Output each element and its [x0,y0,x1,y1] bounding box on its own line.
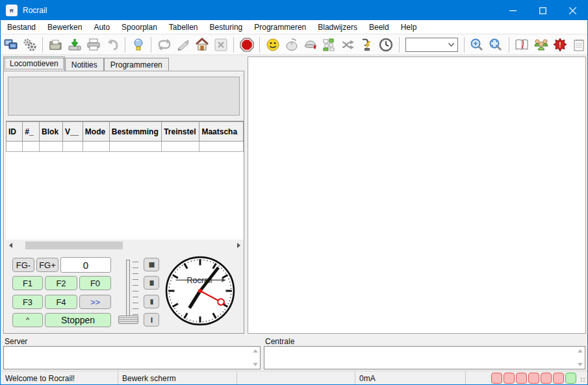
status-mode: Bewerk scherm [118,371,237,385]
col-bestemming[interactable]: Bestemming [109,122,161,142]
centrale-log-scrollbar[interactable] [576,347,584,368]
track-plan-area[interactable] [248,56,586,334]
scroll-right-icon[interactable] [234,241,243,250]
cell[interactable] [40,142,63,152]
menu-bewerken[interactable]: Bewerken [42,20,88,34]
step-2-button[interactable]: II [144,295,159,308]
maximize-button[interactable] [528,1,557,20]
status-message: Welcome to Rocrail! [1,371,118,385]
close-x-icon[interactable] [212,36,229,53]
step-3-button[interactable]: III [144,276,159,290]
cell[interactable] [62,142,83,152]
locomotive-table[interactable]: ID #_ Blok V__ Mode Bestemming Treinstel… [6,121,244,240]
cell[interactable] [199,142,244,152]
loop-icon[interactable] [155,36,173,53]
more-functions-button[interactable]: >> [79,295,111,309]
tab-programmeren[interactable]: Programmeren [104,58,169,71]
app-icon: R [6,5,18,16]
led-7 [565,373,576,384]
col-maatschappij[interactable]: Maatscha [199,122,244,142]
led-indicators [491,373,576,384]
close-button[interactable] [557,1,587,20]
menu-besturing[interactable]: Besturing [204,20,249,34]
speed-slider[interactable] [126,260,130,322]
alert-icon[interactable]: ! [551,36,569,53]
locomotives-tab-panel: ID #_ Blok V__ Mode Bestemming Treinstel… [3,71,244,334]
table-header-row: ID #_ Blok V__ Mode Bestemming Treinstel… [6,122,244,142]
col-id[interactable]: ID [6,122,23,142]
step-4-button[interactable]: IIII [144,258,159,271]
led-1 [491,373,502,384]
server-label: Server [5,337,27,346]
led-6 [553,373,564,384]
users-icon[interactable] [532,36,550,53]
f3-button[interactable]: F3 [12,295,43,309]
cell[interactable] [109,142,161,152]
clock-icon[interactable] [377,36,395,53]
menu-bladwijzers[interactable]: Bladwijzers [312,20,363,34]
blocks-icon[interactable] [321,36,339,53]
fg-minus-button[interactable]: FG- [12,258,34,272]
col-mode[interactable]: Mode [83,122,109,142]
server-log-scrollbar[interactable] [251,347,259,368]
helmet-icon[interactable] [302,36,320,53]
centrale-log[interactable] [264,346,585,369]
scrollbar-thumb[interactable] [25,242,123,249]
home-icon[interactable] [193,36,211,53]
stop-icon[interactable] [238,36,255,53]
book-icon[interactable] [513,36,531,53]
cell[interactable] [23,142,40,152]
fg-plus-button[interactable]: FG+ [36,258,58,272]
col-v[interactable]: V__ [62,122,83,142]
gears-icon[interactable] [21,36,38,53]
shuffle-icon[interactable] [340,36,357,53]
menu-spoorplan[interactable]: Spoorplan [116,20,163,34]
tab-notities[interactable]: Notities [65,58,104,71]
menu-beeld[interactable]: Beeld [363,20,395,34]
svg-text:!: ! [559,41,561,48]
smiley-icon[interactable] [264,36,281,53]
menu-programmeren[interactable]: Programmeren [248,20,312,34]
minimize-button[interactable] [498,1,528,20]
scroll-left-icon[interactable] [6,241,15,250]
save-icon[interactable] [66,36,83,53]
step-1-button[interactable]: I [144,313,159,327]
undo-icon[interactable] [103,36,121,53]
stop-all-button[interactable]: Stoppen [45,313,111,327]
cell[interactable] [6,142,23,152]
menu-auto[interactable]: Auto [88,20,116,34]
col-blok[interactable]: Blok [40,122,63,142]
menu-bestand[interactable]: Bestand [1,20,42,34]
menu-help[interactable]: Help [395,20,423,34]
f4-button[interactable]: F4 [45,295,77,309]
direction-button[interactable]: ^ [12,313,43,327]
col-addr[interactable]: #_ [23,122,40,142]
scroll-up-icon [253,349,258,353]
f0-button[interactable]: F0 [79,276,111,290]
resize-grip[interactable] [580,377,587,384]
scroll-up-icon [578,349,583,353]
pencil-icon[interactable] [174,36,192,53]
horizontal-scrollbar[interactable] [6,241,243,250]
tab-locomotieven[interactable]: Locomotieven [3,56,65,71]
lightbulb-icon[interactable] [129,36,147,53]
open-folder-icon[interactable] [47,36,64,53]
loco-combobox[interactable] [405,38,458,52]
notepad-icon[interactable] [570,36,587,53]
zoom-in-icon[interactable] [468,36,486,53]
zoom-fit-icon[interactable] [487,36,505,53]
menu-tabellen[interactable]: Tabellen [163,20,204,34]
table-row[interactable] [6,142,244,152]
power-cable-icon[interactable] [359,36,376,53]
server-log[interactable] [3,346,261,369]
status-leds-section [466,371,588,385]
cell[interactable] [162,142,199,152]
monitors-icon[interactable] [2,36,19,53]
f2-button[interactable]: F2 [45,276,77,290]
col-treinstel[interactable]: Treinstel [162,122,199,142]
mouse-icon[interactable] [283,36,300,53]
slider-handle[interactable] [118,316,138,324]
cell[interactable] [83,142,109,152]
print-icon[interactable] [84,36,102,53]
f1-button[interactable]: F1 [12,276,43,290]
